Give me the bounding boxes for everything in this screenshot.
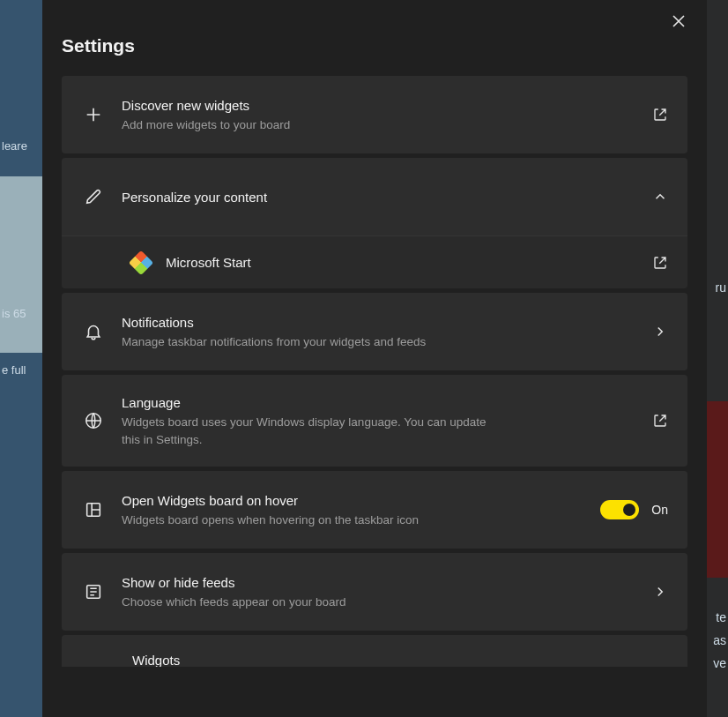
row-subtitle: Manage taskbar notifications from your w… bbox=[122, 333, 635, 351]
row-trailing bbox=[652, 324, 668, 340]
language-icon bbox=[83, 410, 104, 431]
row-feeds[interactable]: Show or hide feeds Choose which feeds ap… bbox=[62, 553, 687, 631]
microsoft-start-icon bbox=[129, 250, 153, 274]
row-title: Show or hide feeds bbox=[122, 573, 635, 592]
row-texts: Personalize your content bbox=[122, 188, 635, 206]
bg-text-leare: leare bbox=[2, 139, 27, 153]
row-title: Open Widgets board on hover bbox=[122, 491, 583, 510]
row-title: Widgots bbox=[132, 651, 666, 667]
bg-text-ru: ru bbox=[716, 280, 726, 295]
row-subtitle: Add more widgets to your board bbox=[122, 116, 635, 134]
row-trailing bbox=[652, 584, 668, 600]
feeds-icon bbox=[83, 581, 104, 602]
row-texts: Notifications Manage taskbar notificatio… bbox=[122, 313, 635, 351]
row-texts: Open Widgets board on hover Widgets boar… bbox=[122, 491, 583, 529]
chevron-up-icon bbox=[652, 189, 668, 205]
pencil-icon bbox=[83, 186, 104, 207]
row-texts: Discover new widgets Add more widgets to… bbox=[122, 96, 635, 134]
page-title: Settings bbox=[42, 0, 707, 76]
row-title: Language bbox=[122, 393, 635, 412]
close-button[interactable] bbox=[670, 12, 687, 30]
close-icon bbox=[670, 12, 687, 30]
row-discover-widgets[interactable]: Discover new widgets Add more widgets to… bbox=[62, 76, 687, 153]
row-personalize-content[interactable]: Personalize your content bbox=[62, 158, 687, 235]
row-trailing bbox=[652, 189, 668, 205]
row-title: Notifications bbox=[122, 313, 635, 332]
row-notifications[interactable]: Notifications Manage taskbar notificatio… bbox=[62, 293, 687, 370]
row-texts: Microsoft Start bbox=[166, 253, 635, 272]
widgets-board-icon bbox=[83, 499, 104, 520]
open-external-icon bbox=[652, 413, 668, 429]
settings-list: Discover new widgets Add more widgets to… bbox=[42, 76, 707, 667]
row-subtitle: Widgets board uses your Windows display … bbox=[122, 414, 492, 448]
row-trailing bbox=[652, 413, 668, 429]
row-language[interactable]: Language Widgets board uses your Windows… bbox=[62, 375, 687, 467]
bg-text-ve: ve bbox=[713, 656, 726, 670]
row-widgets-partial[interactable]: Widgots bbox=[62, 635, 687, 667]
bg-text-full: e full bbox=[2, 363, 26, 377]
row-trailing bbox=[652, 107, 668, 123]
background-left-strip bbox=[0, 0, 42, 717]
bell-icon bbox=[83, 321, 104, 342]
hover-toggle[interactable] bbox=[600, 500, 639, 519]
row-open-on-hover: Open Widgets board on hover Widgets boar… bbox=[62, 471, 687, 549]
row-trailing: On bbox=[600, 500, 668, 519]
plus-icon bbox=[83, 104, 104, 125]
row-title: Microsoft Start bbox=[166, 253, 635, 272]
row-microsoft-start[interactable]: Microsoft Start bbox=[62, 235, 687, 288]
row-subtitle: Widgets board opens when hovering on the… bbox=[122, 512, 583, 529]
hover-toggle-label: On bbox=[651, 503, 668, 517]
open-external-icon bbox=[652, 255, 668, 271]
chevron-right-icon bbox=[652, 584, 668, 600]
bg-text-is65: is 65 bbox=[2, 307, 26, 320]
bg-text-as: as bbox=[713, 633, 726, 647]
bg-text-te: te bbox=[716, 610, 726, 624]
chevron-right-icon bbox=[652, 324, 668, 340]
row-texts: Language Widgets board uses your Windows… bbox=[122, 393, 635, 448]
background-right-lower bbox=[707, 401, 728, 578]
settings-panel: Settings Discover new widgets Add more w… bbox=[42, 0, 707, 717]
row-texts: Show or hide feeds Choose which feeds ap… bbox=[122, 573, 635, 611]
row-title: Discover new widgets bbox=[122, 96, 635, 115]
row-title: Personalize your content bbox=[122, 188, 635, 206]
row-trailing bbox=[652, 255, 668, 271]
open-external-icon bbox=[652, 107, 668, 123]
row-subtitle: Choose which feeds appear on your board bbox=[122, 594, 635, 611]
